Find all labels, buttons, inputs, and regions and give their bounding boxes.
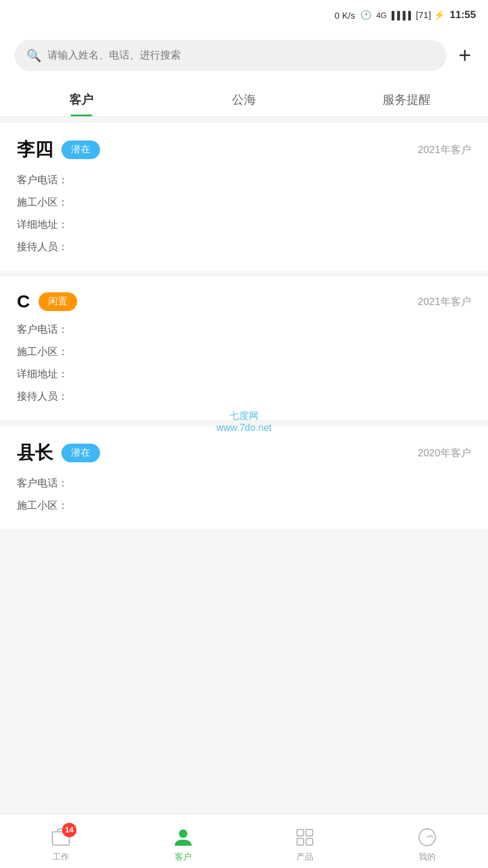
network-speed: 0 K/s	[334, 10, 355, 20]
svg-rect-4	[297, 838, 304, 845]
nav-work[interactable]: 14 工作	[0, 820, 122, 863]
customer-year: 2021年客户	[418, 295, 471, 309]
customer-fields: 客户电话： 施工小区：	[17, 476, 471, 512]
customer-year: 2020年客户	[418, 446, 471, 460]
customer-card[interactable]: 县长 潜在 2020年客户 客户电话： 施工小区：	[0, 426, 488, 529]
customer-name: 李四	[17, 137, 53, 162]
customer-card[interactable]: 李四 潜在 2021年客户 客户电话： 施工小区： 详细地址： 接待人员：	[0, 123, 488, 271]
svg-rect-2	[297, 829, 304, 836]
customer-name: 县长	[17, 441, 53, 465]
status-badge: 潜在	[61, 444, 100, 462]
svg-rect-3	[306, 829, 313, 836]
customer-fields: 客户电话： 施工小区： 详细地址： 接待人员：	[17, 322, 471, 403]
customer-label: 客户	[175, 852, 192, 863]
svg-point-1	[179, 829, 187, 838]
add-button[interactable]: +	[456, 45, 474, 66]
field-address: 详细地址：	[17, 218, 471, 231]
clock-icon: 🕐	[360, 10, 372, 20]
nav-customer[interactable]: 客户	[122, 820, 245, 863]
search-input[interactable]	[48, 49, 434, 61]
customer-icon	[171, 825, 195, 849]
mine-icon	[415, 825, 439, 849]
status-time: 11:55	[450, 9, 476, 21]
customer-name-row: C 闲置	[17, 291, 77, 312]
search-icon: 🔍	[27, 48, 42, 63]
customer-card[interactable]: C 闲置 2021年客户 客户电话： 施工小区： 详细地址： 接待人员：	[0, 277, 488, 420]
customer-name: C	[17, 291, 30, 312]
field-community: 施工小区：	[17, 345, 471, 359]
tab-bar: 客户 公海 服务提醒	[0, 81, 488, 117]
customer-header: C 闲置 2021年客户	[17, 291, 471, 312]
customer-header: 李四 潜在 2021年客户	[17, 137, 471, 162]
nav-product[interactable]: 产品	[244, 820, 366, 863]
svg-rect-5	[306, 838, 313, 845]
product-icon	[293, 825, 317, 849]
field-staff: 接待人员：	[17, 389, 471, 403]
field-address: 详细地址：	[17, 367, 471, 381]
field-phone: 客户电话：	[17, 173, 471, 187]
customer-name-row: 李四 潜在	[17, 137, 100, 162]
customer-header: 县长 潜在 2020年客户	[17, 441, 471, 465]
customer-name-row: 县长 潜在	[17, 441, 100, 465]
tab-sea[interactable]: 公海	[163, 81, 325, 116]
battery-status: [71] ⚡	[416, 10, 445, 20]
work-label: 工作	[52, 852, 69, 863]
customer-fields: 客户电话： 施工小区： 详细地址： 接待人员：	[17, 173, 471, 254]
signal-icon: 4G ▐▐▐▐	[377, 11, 411, 20]
mine-label: 我的	[419, 852, 436, 863]
tab-customer[interactable]: 客户	[0, 81, 163, 116]
customer-year: 2021年客户	[418, 143, 471, 157]
customer-list: 李四 潜在 2021年客户 客户电话： 施工小区： 详细地址： 接待人员：	[0, 117, 488, 541]
product-label: 产品	[296, 852, 313, 863]
field-phone: 客户电话：	[17, 476, 471, 490]
work-badge: 14	[62, 823, 77, 837]
nav-mine[interactable]: 我的	[366, 820, 489, 863]
field-phone: 客户电话：	[17, 322, 471, 336]
work-icon: 14	[49, 825, 73, 849]
status-badge: 潜在	[61, 140, 100, 159]
search-wrapper[interactable]: 🔍	[14, 40, 446, 71]
search-area: 🔍 +	[0, 30, 488, 81]
bottom-nav: 14 工作 客户 产品	[0, 814, 488, 868]
tab-service[interactable]: 服务提醒	[325, 81, 488, 116]
field-community: 施工小区：	[17, 498, 471, 512]
status-badge: 闲置	[39, 292, 77, 311]
status-bar: 0 K/s 🕐 4G ▐▐▐▐ [71] ⚡ 11:55	[0, 0, 488, 30]
field-community: 施工小区：	[17, 195, 471, 209]
field-staff: 接待人员：	[17, 240, 471, 254]
